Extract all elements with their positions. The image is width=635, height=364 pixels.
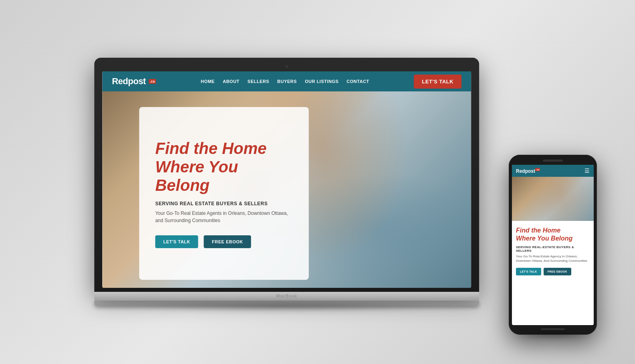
phone-lets-talk-button[interactable]: LET'S TALK <box>516 268 541 275</box>
phone-title-line2: Where You Belong <box>516 235 572 242</box>
phone-header: Redpost.ca ☰ <box>512 165 594 177</box>
site-header: Redpost.ca HOME ABOUT SELLERS BUYERS OUR… <box>102 71 471 91</box>
logo-suffix: .ca <box>149 79 156 84</box>
phone-hero-title: Find the Home Where You Belong <box>516 226 590 242</box>
laptop-shadow <box>113 302 460 310</box>
laptop-camera <box>285 65 288 68</box>
hero-title: Find the Home Where You Belong <box>155 139 293 194</box>
hero-ebook-button[interactable]: FREE EBOOK <box>204 235 251 248</box>
logo-name: Redpost <box>112 76 146 87</box>
hero-title-line1: Find the Home <box>155 140 267 157</box>
laptop-body: Redpost.ca HOME ABOUT SELLERS BUYERS OUR… <box>94 58 479 292</box>
hamburger-icon[interactable]: ☰ <box>584 168 590 174</box>
phone: Redpost.ca ☰ Find the Home Where You Bel… <box>509 155 597 335</box>
site-nav: HOME ABOUT SELLERS BUYERS OUR LISTINGS C… <box>201 79 369 84</box>
phone-speaker <box>543 160 563 162</box>
nav-buyers[interactable]: BUYERS <box>277 79 297 84</box>
phone-hero-image <box>512 177 594 221</box>
nav-contact[interactable]: CONTACT <box>347 79 369 84</box>
header-lets-talk-button[interactable]: LET'S TALK <box>414 75 462 89</box>
phone-hero-buttons: LET'S TALK FREE EBOOK <box>516 268 590 275</box>
phone-ebook-button[interactable]: FREE EBOOK <box>544 268 571 275</box>
hero-subtitle: SERVING REAL ESTATE BUYERS & SELLERS <box>155 201 293 206</box>
site-logo: Redpost.ca <box>112 76 156 87</box>
nav-sellers[interactable]: SELLERS <box>247 79 269 84</box>
hero-overlay: Find the Home Where You Belong SERVING R… <box>139 107 309 280</box>
phone-logo-name: Redpost <box>516 168 535 174</box>
phone-content: Find the Home Where You Belong SERVING R… <box>512 221 594 281</box>
hero-description: Your Go-To Real Estate Agents in Orleans… <box>155 210 293 224</box>
nav-listings[interactable]: OUR LISTINGS <box>305 79 338 84</box>
phone-title-line1: Find the Home <box>516 227 560 234</box>
laptop-screen: Redpost.ca HOME ABOUT SELLERS BUYERS OUR… <box>102 71 471 288</box>
phone-logo-suffix: .ca <box>535 168 540 171</box>
laptop-base <box>94 292 479 301</box>
hero-title-line2: Where You Belong <box>155 158 238 194</box>
phone-hero-subtitle: SERVING REAL-ESTATE BUYERS & SELLERS <box>516 245 590 253</box>
hero-section: Find the Home Where You Belong SERVING R… <box>102 91 471 288</box>
phone-hero-description: Your Go-To Real-Estate Agency In Orleans… <box>516 254 590 263</box>
hero-lets-talk-button[interactable]: LET'S TALK <box>155 235 198 248</box>
phone-screen: Redpost.ca ☰ Find the Home Where You Bel… <box>512 165 594 325</box>
laptop: Redpost.ca HOME ABOUT SELLERS BUYERS OUR… <box>94 58 479 306</box>
nav-home[interactable]: HOME <box>201 79 215 84</box>
hero-buttons: LET'S TALK FREE EBOOK <box>155 235 293 248</box>
phone-shadow <box>513 332 593 338</box>
nav-about[interactable]: ABOUT <box>223 79 240 84</box>
phone-logo: Redpost.ca <box>516 167 540 174</box>
phone-home-indicator <box>541 328 565 330</box>
scene: Redpost.ca HOME ABOUT SELLERS BUYERS OUR… <box>0 0 635 364</box>
